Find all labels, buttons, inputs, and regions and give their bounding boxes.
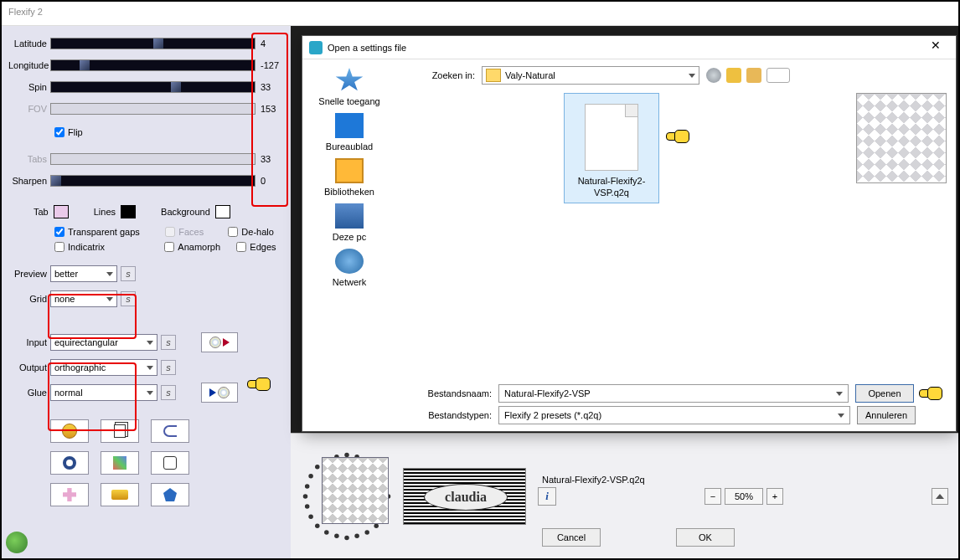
preset-filename: Natural-Flexify2-VSP.q2q: [542, 475, 645, 485]
output-s-button[interactable]: s: [161, 360, 176, 375]
zoom-out-button[interactable]: −: [705, 488, 721, 505]
edges-checkbox[interactable]: [236, 242, 246, 252]
grid-combo[interactable]: none: [50, 290, 117, 307]
open-button[interactable]: Openen: [855, 384, 914, 403]
indicatrix-checkbox[interactable]: [54, 242, 65, 252]
glue-s-button[interactable]: s: [161, 385, 176, 400]
input-combo[interactable]: equirectangular: [50, 334, 157, 351]
input-label: Input: [8, 337, 50, 347]
grid-s-button[interactable]: s: [121, 291, 136, 306]
info-button[interactable]: i: [538, 487, 556, 506]
dialog-places-sidebar: Snelle toegang Bureaublad Bibliotheken D…: [302, 59, 396, 431]
svg-point-7: [324, 530, 329, 535]
svg-point-21: [305, 484, 310, 489]
faces-label: Faces: [178, 227, 204, 237]
preview-s-button[interactable]: s: [121, 266, 136, 281]
flip-checkbox[interactable]: [54, 127, 65, 137]
place-libraries[interactable]: Bibliotheken: [306, 158, 393, 197]
filename-label: Bestandsnaam:: [408, 388, 492, 398]
tool-globe-button[interactable]: [50, 419, 89, 443]
longitude-value[interactable]: -127: [259, 59, 284, 71]
preview-combo[interactable]: better: [50, 265, 117, 282]
spin-slider[interactable]: [50, 81, 255, 93]
ok-button[interactable]: OK: [676, 528, 735, 547]
glue-combo[interactable]: normal: [50, 384, 157, 401]
sharpen-slider[interactable]: [50, 175, 255, 187]
tool-copy-button[interactable]: [101, 419, 139, 443]
dehalo-checkbox[interactable]: [228, 227, 238, 237]
background-color-swatch[interactable]: [215, 205, 230, 218]
pentagon-icon: [163, 488, 177, 501]
dialog-app-icon: [309, 41, 323, 54]
dialog-close-button[interactable]: ✕: [922, 39, 949, 57]
transparent-gaps-checkbox[interactable]: [54, 227, 65, 237]
svg-point-8: [308, 514, 313, 519]
lines-color-label: Lines: [94, 207, 116, 217]
cancel-button[interactable]: Cancel: [542, 528, 601, 547]
view-mode-button[interactable]: [766, 68, 790, 83]
tool-plus-button[interactable]: [50, 483, 89, 506]
place-network[interactable]: Netwerk: [306, 249, 393, 287]
sharpen-thumb[interactable]: [51, 176, 61, 186]
longitude-thumb[interactable]: [80, 60, 90, 70]
filename-input[interactable]: Natural-Flexify2-VSP: [498, 384, 849, 403]
svg-point-20: [305, 504, 310, 509]
zoom-in-button[interactable]: +: [766, 488, 783, 505]
save-preset-button[interactable]: [201, 383, 238, 403]
large-preview-tile: [856, 93, 947, 183]
tool-undo-button[interactable]: [151, 419, 189, 443]
latitude-slider[interactable]: [50, 38, 255, 49]
sharpen-value[interactable]: 0: [259, 175, 284, 187]
collapse-button[interactable]: [932, 488, 948, 505]
tool-brick-button[interactable]: [101, 483, 139, 506]
dialog-titlebar[interactable]: Open a settings file ✕: [302, 36, 956, 59]
place-libs-label: Bibliotheken: [306, 187, 393, 197]
place-this-pc[interactable]: Deze pc: [306, 203, 393, 242]
preview-thumbnail[interactable]: [322, 457, 389, 524]
copy-icon: [114, 424, 126, 438]
lookin-value: Valy-Natural: [505, 70, 555, 80]
tool-dice-button[interactable]: [151, 451, 189, 475]
latitude-thumb[interactable]: [153, 39, 163, 49]
palette-icon[interactable]: [6, 532, 28, 553]
new-folder-button[interactable]: [746, 68, 761, 83]
place-quick-access[interactable]: Snelle toegang: [306, 68, 393, 106]
sharpen-label: Sharpen: [8, 176, 50, 186]
svg-point-22: [315, 465, 320, 470]
anamorph-checkbox[interactable]: [164, 242, 174, 252]
file-item-selected[interactable]: Natural-Flexify2-VSP.q2q: [564, 93, 659, 203]
filetype-combo[interactable]: Flexify 2 presets (*.q2q): [498, 406, 850, 424]
lines-color-swatch[interactable]: [121, 205, 136, 218]
dice-icon: [163, 456, 177, 470]
place-desktop-label: Bureaublad: [306, 141, 393, 152]
output-combo[interactable]: orthographic: [50, 359, 157, 376]
spin-thumb[interactable]: [171, 82, 181, 92]
lookin-label: Zoeken in:: [408, 70, 475, 80]
dehalo-label: De-halo: [241, 227, 274, 237]
tool-pentagon-button[interactable]: [151, 483, 189, 506]
nav-up-button[interactable]: [726, 68, 741, 83]
fov-value[interactable]: 153: [259, 103, 284, 115]
nav-back-button[interactable]: [706, 68, 721, 83]
zoom-level[interactable]: 50%: [725, 488, 763, 505]
transparent-gaps-label: Transparent gaps: [68, 227, 140, 237]
tab-color-swatch[interactable]: [54, 205, 69, 218]
app-titlebar[interactable]: Flexify 2: [2, 2, 958, 26]
latitude-value[interactable]: 4: [259, 38, 284, 49]
globe-icon: [62, 424, 77, 439]
input-s-button[interactable]: s: [161, 335, 176, 350]
dialog-cancel-button[interactable]: Annuleren: [857, 406, 916, 424]
tabs-value[interactable]: 33: [259, 153, 284, 165]
tool-ring-button[interactable]: [50, 451, 89, 475]
play-icon: [223, 338, 230, 347]
spin-value[interactable]: 33: [259, 81, 284, 93]
tool-cube-button[interactable]: [101, 451, 139, 475]
longitude-slider[interactable]: [50, 59, 255, 71]
app-title: Flexify 2: [8, 7, 43, 17]
libraries-icon: [335, 158, 364, 183]
lookin-combo[interactable]: Valy-Natural: [482, 66, 699, 85]
place-desktop[interactable]: Bureaublad: [306, 113, 393, 152]
save-play-icon: [209, 388, 216, 397]
load-preset-button[interactable]: [201, 332, 238, 352]
undo-icon: [163, 425, 177, 437]
